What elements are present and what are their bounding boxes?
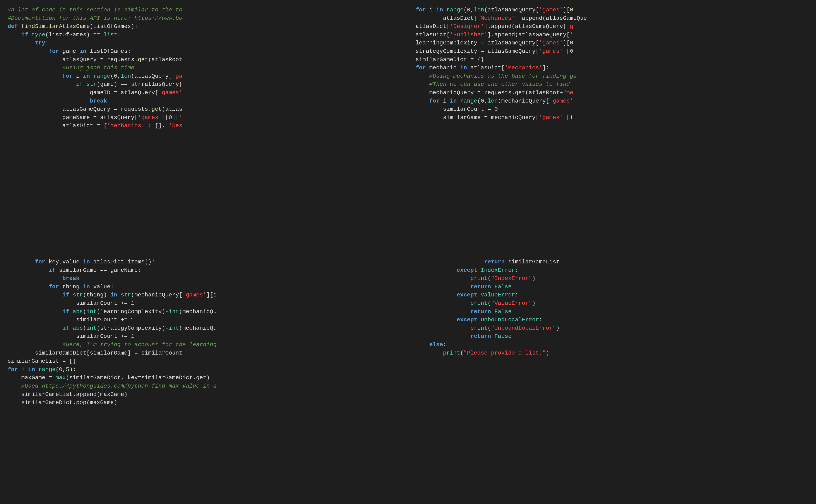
code-panel-top-left: #A lot of code in this section is simila… [0,0,408,252]
code-panel-bottom-left: for key,value in atlasDict.items(): if s… [0,252,408,504]
code-top-left: #A lot of code in this section is simila… [8,6,400,130]
code-panel-top-right: for i in range(0,len(atlasGameQuery['gam… [408,0,816,252]
code-container: #A lot of code in this section is simila… [0,0,816,504]
code-bottom-left: for key,value in atlasDict.items(): if s… [8,258,400,407]
code-top-right: for i in range(0,len(atlasGameQuery['gam… [416,6,808,122]
code-bottom-right: return similarGameList except IndexError… [416,258,808,357]
code-panel-bottom-right: return similarGameList except IndexError… [408,252,816,504]
